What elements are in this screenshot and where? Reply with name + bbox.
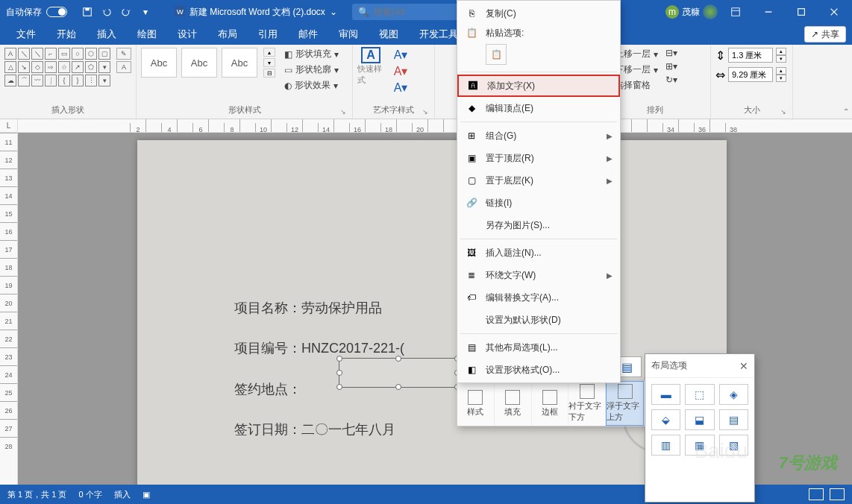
ctx-wrap-text[interactable]: ≣ 环绕文字(W) ▶ bbox=[457, 264, 620, 286]
shape-brace-icon[interactable]: { bbox=[58, 75, 70, 86]
shape-connector-icon[interactable]: ⌐ bbox=[45, 48, 57, 60]
shape-textbox-icon[interactable]: A bbox=[4, 48, 16, 60]
height-up[interactable]: ▴ bbox=[776, 48, 786, 55]
close-icon[interactable]: ✕ bbox=[739, 360, 748, 372]
qat-dropdown-icon[interactable]: ▾ bbox=[139, 5, 152, 19]
share-button[interactable]: ↗ 共享 bbox=[804, 26, 846, 42]
shape-roundrect-icon[interactable]: ▢ bbox=[98, 48, 110, 60]
width-up[interactable]: ▴ bbox=[776, 67, 786, 75]
ctx-add-text[interactable]: 🅰 添加文字(X) bbox=[457, 75, 620, 97]
style-gallery[interactable]: Abc Abc Abc ▴ ▾ ⊟ bbox=[141, 48, 275, 78]
shape-outline-button[interactable]: ▭形状轮廓▾ bbox=[284, 63, 339, 76]
minimize-icon[interactable] bbox=[754, 0, 783, 24]
group-button[interactable]: ⊞▾ bbox=[665, 61, 677, 72]
ctx-edit-points[interactable]: ◆ 编辑顶点(E) bbox=[457, 97, 620, 119]
shape-freeform-icon[interactable]: ⎰ bbox=[45, 75, 57, 86]
text-outline-icon[interactable]: A▾ bbox=[392, 64, 410, 78]
shape-arc-icon[interactable]: ⌒ bbox=[18, 75, 30, 86]
shape-arrow3-icon[interactable]: ↗ bbox=[72, 61, 84, 73]
width-down[interactable]: ▾ bbox=[776, 75, 786, 82]
resize-handle[interactable] bbox=[336, 370, 342, 376]
shape-diamond-icon[interactable]: ◇ bbox=[31, 61, 43, 73]
ctx-insert-caption[interactable]: 🖼 插入题注(N)... bbox=[457, 242, 620, 264]
layout-infront[interactable]: ▥ bbox=[651, 435, 680, 456]
selected-textbox[interactable] bbox=[339, 358, 458, 388]
shape-line-icon[interactable]: ＼ bbox=[18, 48, 30, 60]
macro-icon[interactable]: ▣ bbox=[142, 490, 150, 500]
height-down[interactable]: ▾ bbox=[776, 55, 786, 63]
ctx-bring-front[interactable]: ▣ 置于顶层(R) ▶ bbox=[457, 147, 620, 169]
shape-star-icon[interactable]: ☆ bbox=[58, 61, 70, 73]
page[interactable]: 项目名称：劳动保护用品 项目编号：HNZC2017-221-( 签约地点： 签订… bbox=[137, 140, 727, 485]
shape-expand-icon[interactable]: ⋮ bbox=[85, 75, 97, 86]
tab-design[interactable]: 设计 bbox=[167, 24, 207, 45]
page-indicator[interactable]: 第 1 页，共 1 页 bbox=[7, 489, 66, 500]
document-title[interactable]: W 新建 Microsoft Word 文档 (2).docx ⌄ bbox=[160, 6, 352, 19]
ctx-send-back[interactable]: ▢ 置于底层(K) ▶ bbox=[457, 169, 620, 192]
toggle-switch[interactable] bbox=[46, 7, 67, 17]
tab-review[interactable]: 审阅 bbox=[328, 24, 369, 45]
tab-layout[interactable]: 布局 bbox=[207, 24, 248, 45]
ribbon-mode-icon[interactable] bbox=[721, 0, 751, 24]
shape-hexagon-icon[interactable]: ⬡ bbox=[85, 48, 97, 60]
shape-oval-icon[interactable]: ○ bbox=[72, 48, 84, 60]
text-fill-icon[interactable]: A▾ bbox=[392, 48, 410, 61]
resize-handle[interactable] bbox=[336, 356, 342, 362]
layout-through[interactable]: ⬙ bbox=[651, 409, 680, 430]
shape-cloud-icon[interactable]: ☁ bbox=[4, 75, 16, 86]
word-count[interactable]: 0 个字 bbox=[78, 489, 101, 500]
read-view-icon[interactable] bbox=[809, 488, 824, 500]
style-expand-icon[interactable]: ⊟ bbox=[263, 69, 275, 78]
shape-fill-button[interactable]: ◧形状填充▾ bbox=[284, 48, 339, 60]
ctx-more-layout[interactable]: ▤ 其他布局选项(L)... bbox=[457, 336, 620, 359]
layout-behind[interactable]: ▤ bbox=[719, 409, 748, 430]
paste-keep-source-icon[interactable]: 📋 bbox=[486, 44, 507, 65]
style-preset-1[interactable]: Abc bbox=[141, 48, 177, 78]
shape-triangle-icon[interactable]: △ bbox=[4, 61, 16, 73]
resize-handle[interactable] bbox=[336, 384, 342, 390]
ctx-link[interactable]: 🔗 链接(I) bbox=[457, 192, 620, 214]
resize-handle[interactable] bbox=[395, 384, 401, 390]
redo-icon[interactable] bbox=[119, 5, 133, 19]
style-up-icon[interactable]: ▴ bbox=[263, 48, 275, 57]
tab-insert[interactable]: 插入 bbox=[87, 24, 127, 45]
shape-effects-button[interactable]: ◐形状效果▾ bbox=[284, 79, 339, 92]
layout-inline[interactable]: ▬ bbox=[651, 384, 680, 405]
tab-home[interactable]: 开始 bbox=[46, 24, 87, 45]
autosave-toggle[interactable]: 自动保存 bbox=[0, 6, 73, 19]
height-input[interactable] bbox=[728, 48, 773, 63]
layout-opt9[interactable]: ▧ bbox=[719, 435, 748, 456]
style-gallery-more[interactable]: ▴ ▾ ⊟ bbox=[263, 48, 275, 78]
mt-style[interactable]: 样式 bbox=[457, 381, 495, 426]
chevron-down-icon[interactable]: ⌄ bbox=[330, 7, 337, 17]
ctx-save-as-pic[interactable]: 另存为图片(S)... bbox=[457, 214, 620, 236]
print-view-icon[interactable] bbox=[830, 488, 845, 500]
width-input[interactable] bbox=[728, 67, 773, 82]
style-preset-2[interactable]: Abc bbox=[181, 48, 217, 78]
shape-line2-icon[interactable]: ＼ bbox=[31, 48, 43, 60]
ctx-copy[interactable]: ⎘ 复制(C) bbox=[457, 2, 620, 25]
shape-brace2-icon[interactable]: } bbox=[72, 75, 84, 86]
style-down-icon[interactable]: ▾ bbox=[263, 58, 275, 67]
rotate-button[interactable]: ↻▾ bbox=[665, 75, 677, 85]
layout-topbottom[interactable]: ⬓ bbox=[685, 409, 714, 430]
shape-arrow-icon[interactable]: ↘ bbox=[18, 61, 30, 73]
quick-styles-button[interactable]: A 快速样式 bbox=[357, 48, 384, 85]
tab-mailings[interactable]: 邮件 bbox=[288, 24, 328, 45]
tab-draw[interactable]: 绘图 bbox=[127, 24, 167, 45]
resize-handle[interactable] bbox=[395, 356, 401, 362]
layout-opt8[interactable]: ▦ bbox=[685, 435, 714, 456]
align-button[interactable]: ⊟▾ bbox=[665, 48, 677, 58]
style-preset-3[interactable]: Abc bbox=[222, 48, 257, 78]
maximize-icon[interactable] bbox=[786, 0, 816, 24]
tab-references[interactable]: 引用 bbox=[248, 24, 288, 45]
shape-dropdown-icon[interactable]: ▾ bbox=[98, 75, 110, 86]
ctx-group[interactable]: ⊞ 组合(G) ▶ bbox=[457, 125, 620, 147]
mt-infront-text[interactable]: 浮于文字上方 bbox=[606, 381, 644, 426]
textbox-icon[interactable]: A bbox=[116, 61, 131, 73]
launcher-icon[interactable]: ↘ bbox=[340, 108, 346, 116]
layout-square[interactable]: ⬚ bbox=[685, 384, 714, 405]
shape-more-icon[interactable]: ▾ bbox=[98, 61, 110, 73]
insert-mode[interactable]: 插入 bbox=[114, 489, 131, 500]
mt-behind-text[interactable]: 衬于文字下方 bbox=[568, 381, 606, 426]
